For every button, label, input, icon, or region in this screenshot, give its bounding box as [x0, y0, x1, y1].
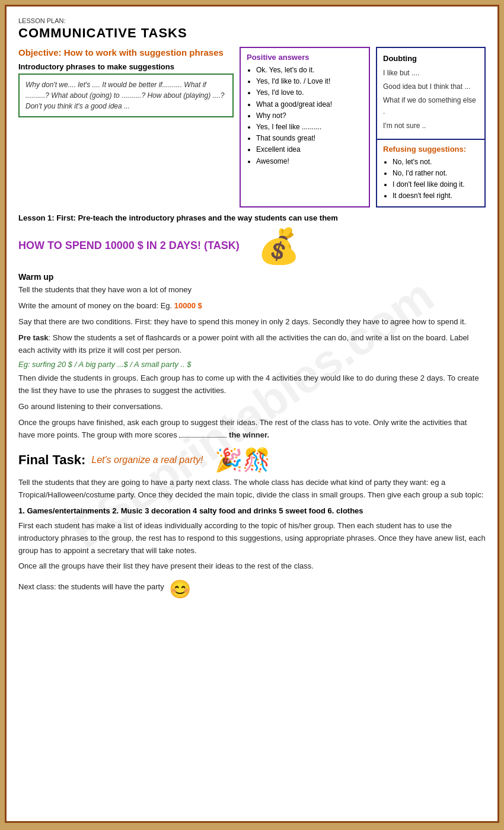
para4: Then divide the students in groups. Each…	[18, 372, 486, 397]
next-class-text: Next class: the students will have the p…	[18, 581, 164, 593]
refusing-title: Refusing suggestions:	[383, 145, 479, 154]
list-item: Yes, I'd love to.	[256, 87, 363, 98]
list-item: Awesome!	[256, 156, 363, 167]
para2: Write the amount of money on the board: …	[18, 300, 486, 312]
list-item: That sounds great!	[256, 133, 363, 144]
doubting-line3: What if we do something else .	[383, 95, 479, 117]
task-title: HOW TO SPEND 10000 $ IN 2 DAYS! (TASK)	[18, 240, 240, 252]
final-task-subtitle: Let's organize a real party!	[91, 455, 203, 465]
list-item: Excellent idea	[256, 144, 363, 155]
doubting-title: Doubting	[383, 53, 479, 65]
positive-answers-list: Ok. Yes, let's do it. Yes, I'd like to. …	[247, 65, 363, 167]
main-title: COMMUNICATIVE TASKS	[18, 25, 486, 41]
list-item: What a good/great idea!	[256, 99, 363, 110]
lesson1-label: Lesson 1: First: Pre-teach the introduct…	[18, 213, 486, 222]
list-item: Yes, I feel like ..........	[256, 122, 363, 133]
final-para2: First each student has make a list of id…	[18, 520, 486, 557]
list-item: No, I'd rather not.	[393, 168, 479, 179]
list-item: No, let's not.	[393, 157, 479, 168]
para3: Say that there are two conditions. First…	[18, 316, 486, 328]
bold-list: 1. Games/entertainments 2. Music 3 decor…	[18, 506, 486, 515]
doubting-line2: Good idea but I think that ...	[383, 81, 479, 92]
objective: Objective: How to work with suggestion p…	[18, 47, 234, 59]
final-para3: Once all the groups have their list they…	[18, 560, 486, 573]
list-item: I don't feel like doing it.	[393, 179, 479, 190]
list-item: Why not?	[256, 110, 363, 122]
green-box: Why don't we.... let's .... It would be …	[18, 74, 234, 117]
doubting-line4: I'm not sure ..	[383, 120, 479, 132]
next-class-row: Next class: the students will have the p…	[18, 579, 486, 599]
italic-eg: Eg: surfing 20 $ / A big party ...$ / A …	[18, 360, 486, 369]
para1: Tell the students that they have won a l…	[18, 284, 486, 296]
final-task-title: Final Task:	[18, 452, 85, 468]
money-bag-icon: 💰	[257, 226, 300, 266]
intro-phrases-label: Introductory phrases to make suggestions	[18, 62, 234, 71]
final-para1: Tell the students that they are going to…	[18, 477, 486, 502]
lesson-plan-label: LESSON PLAN:	[18, 17, 486, 24]
pre-task: Pre task: Show the students a set of fla…	[18, 332, 486, 357]
para6: Once the groups have finished, ask each …	[18, 417, 486, 442]
refusing-list: No, let's not. No, I'd rather not. I don…	[383, 157, 479, 202]
list-item: It doesn't feel right.	[393, 190, 479, 202]
smiley-icon: 😊	[169, 579, 191, 599]
party-icon: 🎉🎊	[215, 447, 270, 473]
list-item: Yes, I'd like to. / Love it!	[256, 76, 363, 87]
warm-up-title: Warm up	[18, 272, 486, 282]
positive-box-title: Positive answers	[247, 53, 363, 62]
para5: Go around listening to their conversatio…	[18, 401, 486, 413]
list-item: Ok. Yes, let's do it.	[256, 65, 363, 76]
amount: 10000 $	[174, 301, 202, 310]
doubting-line1: I like but ....	[383, 68, 479, 79]
